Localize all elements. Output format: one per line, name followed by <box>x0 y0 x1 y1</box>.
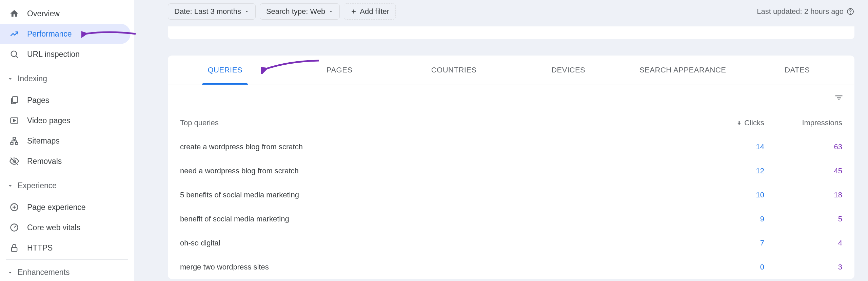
tab-label: COUNTRIES <box>431 66 477 74</box>
tab-label: PAGES <box>327 66 353 74</box>
sidebar-section-label: Experience <box>18 181 57 190</box>
tab-label: QUERIES <box>208 66 242 74</box>
sidebar-section-indexing[interactable]: Indexing <box>0 67 134 90</box>
add-circle-icon <box>9 202 19 212</box>
add-filter-button[interactable]: Add filter <box>344 3 396 20</box>
tab-label: DATES <box>785 66 810 74</box>
sidebar-item-https[interactable]: HTTPS <box>0 238 131 258</box>
sidebar-item-url-inspection[interactable]: URL inspection <box>0 44 131 64</box>
search-icon <box>9 49 19 59</box>
cell-query: 5 benefits of social media marketing <box>180 191 703 199</box>
table-body: create a wordpress blog from scratch1463… <box>168 135 854 279</box>
cell-impressions: 5 <box>764 215 842 223</box>
chevron-down-icon <box>7 182 14 189</box>
column-header-query[interactable]: Top queries <box>180 118 703 127</box>
svg-rect-7 <box>16 143 18 145</box>
dropdown-icon <box>244 9 249 14</box>
last-updated-text: Last updated: 2 hours ago <box>757 7 844 16</box>
trending-up-icon <box>9 29 19 39</box>
speed-icon <box>9 223 19 232</box>
sidebar: Overview Performance URL inspection Inde… <box>0 0 134 281</box>
cell-query: create a wordpress blog from scratch <box>180 143 703 151</box>
tabs: QUERIES PAGES COUNTRIES DEVICES SEARCH A… <box>168 56 854 85</box>
sidebar-item-label: Removals <box>27 157 62 166</box>
sidebar-item-label: Video pages <box>27 116 70 125</box>
filter-chip-search-type[interactable]: Search type: Web <box>260 3 340 20</box>
file-copy-icon <box>9 95 19 105</box>
sitemap-icon <box>9 136 19 146</box>
cell-clicks: 14 <box>703 143 764 151</box>
table-row[interactable]: create a wordpress blog from scratch1463 <box>168 135 854 159</box>
sidebar-item-performance[interactable]: Performance <box>0 24 131 44</box>
cell-query: benefit of social media marketing <box>180 215 703 223</box>
cell-clicks: 0 <box>703 263 764 272</box>
sidebar-item-sitemaps[interactable]: Sitemaps <box>0 131 131 151</box>
table-row[interactable]: benefit of social media marketing95 <box>168 207 854 231</box>
table-header: Top queries Clicks Impressions <box>168 111 854 135</box>
svg-point-16 <box>850 13 851 14</box>
main-content: Date: Last 3 months Search type: Web Add… <box>134 0 868 281</box>
cell-clicks: 7 <box>703 239 764 247</box>
table-row[interactable]: merge two wordpress sites03 <box>168 255 854 279</box>
filter-list-icon[interactable] <box>834 93 844 103</box>
sidebar-item-label: Performance <box>27 29 72 39</box>
table-row[interactable]: 5 benefits of social media marketing1018 <box>168 183 854 207</box>
tab-countries[interactable]: COUNTRIES <box>397 56 511 85</box>
annotation-arrow-icon <box>81 28 139 41</box>
sidebar-item-core-web-vitals[interactable]: Core web vitals <box>0 217 131 238</box>
cell-impressions: 45 <box>764 167 842 175</box>
arrow-down-icon <box>736 120 742 126</box>
tab-search-appearance[interactable]: SEARCH APPEARANCE <box>626 56 740 85</box>
filter-bar: Date: Last 3 months Search type: Web Add… <box>168 3 854 20</box>
last-updated: Last updated: 2 hours ago <box>757 7 854 16</box>
svg-rect-12 <box>12 247 17 252</box>
sidebar-item-pages[interactable]: Pages <box>0 90 131 110</box>
sidebar-section-enhancements[interactable]: Enhancements <box>0 261 134 281</box>
sidebar-item-label: Pages <box>27 96 49 105</box>
sidebar-item-label: Sitemaps <box>27 136 60 146</box>
cell-query: merge two wordpress sites <box>180 263 703 272</box>
column-header-clicks[interactable]: Clicks <box>703 118 764 127</box>
table-row[interactable]: oh-so digital74 <box>168 231 854 255</box>
column-header-impressions[interactable]: Impressions <box>764 118 842 127</box>
tab-pages[interactable]: PAGES <box>282 56 397 85</box>
sidebar-item-label: URL inspection <box>27 50 80 59</box>
sidebar-item-video-pages[interactable]: Video pages <box>0 110 131 131</box>
help-icon[interactable] <box>846 7 854 16</box>
sidebar-item-removals[interactable]: Removals <box>0 151 131 171</box>
home-icon <box>9 9 19 18</box>
tab-label: SEARCH APPEARANCE <box>639 66 726 74</box>
chevron-down-icon <box>7 75 14 82</box>
cell-query: need a wordpress blog from scratch <box>180 167 703 175</box>
results-panel: QUERIES PAGES COUNTRIES DEVICES SEARCH A… <box>168 56 854 279</box>
sidebar-item-label: Page experience <box>27 203 86 212</box>
filter-chip-label: Date: Last 3 months <box>174 7 241 16</box>
tab-queries[interactable]: QUERIES <box>168 56 282 85</box>
video-icon <box>9 116 19 125</box>
tab-dates[interactable]: DATES <box>740 56 855 85</box>
filter-chip-label: Search type: Web <box>266 7 325 16</box>
table-row[interactable]: need a wordpress blog from scratch1245 <box>168 159 854 183</box>
visibility-off-icon <box>9 156 19 166</box>
sidebar-section-label: Indexing <box>18 74 47 83</box>
filter-chip-date[interactable]: Date: Last 3 months <box>168 3 256 20</box>
chevron-down-icon <box>7 269 14 276</box>
dropdown-icon <box>329 9 333 14</box>
svg-point-0 <box>11 51 17 57</box>
tab-label: DEVICES <box>551 66 585 74</box>
cell-impressions: 63 <box>764 143 842 151</box>
sidebar-section-experience[interactable]: Experience <box>0 174 134 197</box>
cell-clicks: 10 <box>703 191 764 199</box>
tab-devices[interactable]: DEVICES <box>511 56 626 85</box>
sidebar-item-label: Core web vitals <box>27 223 80 232</box>
add-filter-label: Add filter <box>360 7 389 16</box>
svg-rect-6 <box>11 143 13 145</box>
cell-clicks: 9 <box>703 215 764 223</box>
cell-impressions: 18 <box>764 191 842 199</box>
plus-icon <box>350 8 357 15</box>
sidebar-item-label: Overview <box>27 9 60 18</box>
cell-impressions: 3 <box>764 263 842 272</box>
sidebar-item-label: HTTPS <box>27 243 53 253</box>
sidebar-item-overview[interactable]: Overview <box>0 3 131 24</box>
sidebar-item-page-experience[interactable]: Page experience <box>0 197 131 217</box>
